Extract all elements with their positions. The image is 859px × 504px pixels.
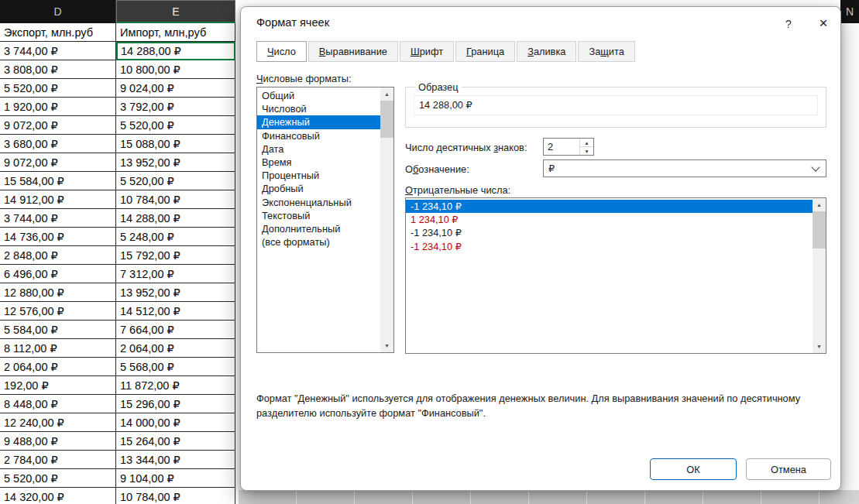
- cell-export-value[interactable]: 14 320,00 ₽: [0, 488, 116, 504]
- decimals-value[interactable]: 2: [544, 139, 579, 155]
- help-icon[interactable]: ?: [780, 15, 797, 33]
- cell-import-value[interactable]: 5 568,00 ₽: [116, 358, 235, 376]
- cell-export-value[interactable]: 2 784,00 ₽: [0, 451, 116, 469]
- table-row: 9 072,00 ₽ 5 520,00 ₽: [0, 116, 236, 135]
- cell-import-value[interactable]: 10 784,00 ₽: [116, 190, 235, 209]
- format-option[interactable]: (все форматы): [257, 235, 380, 249]
- format-option[interactable]: Дата: [257, 142, 380, 156]
- cell-import-value[interactable]: 15 792,00 ₽: [116, 246, 235, 265]
- cell-export-value[interactable]: 14 736,00 ₽: [0, 228, 116, 246]
- tab[interactable]: Выравнивание: [308, 41, 398, 62]
- sample-value: 14 288,00 ₽: [414, 95, 818, 115]
- cell-export-value[interactable]: 8 448,00 ₽: [0, 395, 116, 413]
- cell-import-value[interactable]: 15 264,00 ₽: [116, 432, 235, 451]
- cell-import-value[interactable]: 13 344,00 ₽: [116, 451, 235, 469]
- cell-import-value[interactable]: 3 792,00 ₽: [116, 98, 235, 116]
- scrollbar-track[interactable]: [813, 211, 826, 340]
- cell-import-value[interactable]: 14 288,00 ₽: [116, 209, 235, 228]
- cell-import-value[interactable]: 7 312,00 ₽: [116, 265, 235, 283]
- scroll-down-icon[interactable]: ▼: [813, 340, 826, 353]
- scroll-up-icon[interactable]: ▲: [813, 198, 826, 211]
- column-header-n[interactable]: N: [840, 0, 859, 23]
- format-option[interactable]: Общий: [257, 89, 380, 102]
- cell-export-value[interactable]: 12 240,00 ₽: [0, 413, 116, 432]
- negative-format-option[interactable]: -1 234,10 ₽: [406, 226, 813, 239]
- cell-import-value[interactable]: 14 288,00 ₽: [116, 42, 235, 60]
- format-option[interactable]: Денежный: [257, 115, 380, 129]
- scroll-up-icon[interactable]: ▲: [380, 87, 393, 101]
- cell-export-value[interactable]: 5 584,00 ₽: [0, 321, 116, 339]
- cell-export-value[interactable]: 12 576,00 ₽: [0, 302, 116, 321]
- cell-import-value[interactable]: 13 952,00 ₽: [116, 283, 235, 302]
- cell-import-value[interactable]: 11 872,00 ₽: [116, 376, 235, 395]
- format-option[interactable]: Финансовый: [257, 129, 380, 142]
- spin-down-icon[interactable]: ▼: [580, 146, 593, 155]
- cell-import-value[interactable]: 2 064,00 ₽: [116, 339, 235, 358]
- cell-import-value[interactable]: 15 088,00 ₽: [116, 135, 235, 153]
- cancel-button[interactable]: Отмена: [746, 458, 831, 480]
- cell-import-value[interactable]: 5 248,00 ₽: [116, 228, 235, 246]
- cell-export-value[interactable]: 3 744,00 ₽: [0, 42, 116, 60]
- spin-up-icon[interactable]: ▲: [580, 139, 593, 146]
- cell-export-value[interactable]: 5 520,00 ₽: [0, 79, 116, 98]
- cell-export-value[interactable]: 5 520,00 ₽: [0, 469, 116, 488]
- cell-import-value[interactable]: 13 952,00 ₽: [116, 153, 235, 172]
- scrollbar[interactable]: ▲ ▼: [380, 87, 393, 352]
- symbol-combobox[interactable]: ₽: [543, 159, 826, 177]
- cell-import-header[interactable]: Импорт, млн,руб: [116, 23, 235, 42]
- format-option[interactable]: Экспоненциальный: [257, 196, 380, 209]
- scrollbar[interactable]: ▲ ▼: [813, 198, 826, 353]
- table-row: 8 112,00 ₽ 2 064,00 ₽: [0, 339, 236, 358]
- cell-import-value[interactable]: 10 784,00 ₽: [116, 488, 235, 504]
- cell-import-value[interactable]: 14 000,00 ₽: [116, 413, 235, 432]
- negative-format-option[interactable]: 1 234,10 ₽: [406, 213, 813, 226]
- cell-import-value[interactable]: 10 800,00 ₽: [116, 60, 235, 79]
- negative-format-option[interactable]: -1 234,10 ₽: [406, 200, 813, 213]
- column-header-d[interactable]: D: [0, 0, 116, 23]
- table-row: 2 784,00 ₽ 13 344,00 ₽: [0, 451, 236, 469]
- tab[interactable]: Заливка: [517, 41, 576, 62]
- format-option[interactable]: Процентный: [257, 169, 380, 182]
- tab[interactable]: Граница: [455, 41, 515, 62]
- scrollbar-thumb[interactable]: [380, 101, 393, 138]
- cell-export-value[interactable]: 9 072,00 ₽: [0, 153, 116, 172]
- scroll-down-icon[interactable]: ▼: [380, 339, 393, 352]
- cell-export-value[interactable]: 9 072,00 ₽: [0, 116, 116, 135]
- cell-export-value[interactable]: 8 112,00 ₽: [0, 339, 116, 358]
- cell-export-value[interactable]: 3 808,00 ₽: [0, 60, 116, 79]
- format-option[interactable]: Дробный: [257, 182, 380, 195]
- format-option[interactable]: Время: [257, 156, 380, 169]
- cell-export-value[interactable]: 15 584,00 ₽: [0, 172, 116, 190]
- format-option[interactable]: Числовой: [257, 102, 380, 115]
- cell-export-value[interactable]: 6 496,00 ₽: [0, 265, 116, 283]
- cell-import-value[interactable]: 7 664,00 ₽: [116, 321, 235, 339]
- cell-export-value[interactable]: 2 848,00 ₽: [0, 246, 116, 265]
- cell-import-value[interactable]: 5 520,00 ₽: [116, 116, 235, 135]
- cell-import-value[interactable]: 5 520,00 ₽: [116, 172, 235, 190]
- cell-export-value[interactable]: 14 912,00 ₽: [0, 190, 116, 209]
- scrollbar-track[interactable]: [380, 101, 393, 339]
- format-option[interactable]: Текстовый: [257, 209, 380, 222]
- cell-export-value[interactable]: 3 744,00 ₽: [0, 209, 116, 228]
- cell-export-value[interactable]: 9 488,00 ₽: [0, 432, 116, 451]
- cell-export-value[interactable]: 192,00 ₽: [0, 376, 116, 395]
- column-header-e[interactable]: E: [116, 0, 235, 23]
- cell-export-value[interactable]: 1 920,00 ₽: [0, 98, 116, 116]
- cell-export-value[interactable]: 12 880,00 ₽: [0, 283, 116, 302]
- tab[interactable]: Защита: [578, 41, 634, 62]
- cell-import-value[interactable]: 15 296,00 ₽: [116, 395, 235, 413]
- cell-import-value[interactable]: 9 104,00 ₽: [116, 469, 235, 488]
- decimals-input[interactable]: 2 ▲ ▼: [543, 138, 594, 156]
- cell-export-header[interactable]: Экспорт, млн.руб: [0, 23, 116, 42]
- ok-button[interactable]: ОК: [650, 458, 737, 480]
- cell-import-value[interactable]: 9 024,00 ₽: [116, 79, 235, 98]
- cell-export-value[interactable]: 2 064,00 ₽: [0, 358, 116, 376]
- tab[interactable]: Число: [256, 41, 307, 62]
- tab[interactable]: Шрифт: [400, 41, 454, 62]
- negative-format-option[interactable]: -1 234,10 ₽: [406, 240, 813, 253]
- cell-import-value[interactable]: 14 512,00 ₽: [116, 302, 235, 321]
- cell-export-value[interactable]: 3 680,00 ₽: [0, 135, 116, 153]
- close-icon[interactable]: ×: [811, 12, 836, 34]
- format-option[interactable]: Дополнительный: [257, 222, 380, 235]
- scrollbar-thumb[interactable]: [813, 211, 826, 249]
